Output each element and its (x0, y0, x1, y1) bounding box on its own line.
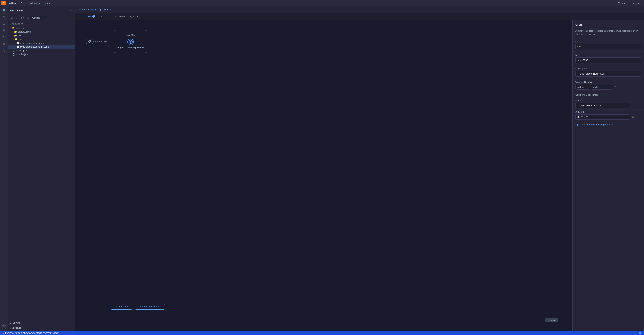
main-container: Workbench ··· workspace ▾ ··· (0, 6, 644, 331)
import-section[interactable]: › IMPORT (8, 321, 75, 326)
svg-marker-11 (16, 17, 18, 19)
id-info-icon[interactable]: ℹ (640, 54, 641, 56)
description-input[interactable] (576, 71, 641, 76)
right-panel-header: Cron ⋮ (572, 20, 644, 28)
id-input[interactable] (576, 57, 641, 63)
create-route-btn[interactable]: + Create route (111, 304, 132, 310)
sidebar: Workbench ··· workspace ▾ ··· (8, 6, 75, 331)
deploy-icon[interactable] (1, 21, 7, 26)
theme-menu[interactable]: Theme ▾ (616, 1, 629, 5)
variable-info-icon[interactable]: ℹ (640, 81, 641, 83)
database-icon[interactable] (1, 27, 7, 33)
svg-rect-2 (3, 11, 4, 12)
tree-item-datasources[interactable]: › 📁 datasources (8, 30, 75, 34)
create-config-btn[interactable]: + Create configuration (135, 304, 164, 310)
refresh-toolbar-btn[interactable] (20, 15, 25, 20)
advanced-properties-link[interactable]: › ▶ Component advanced properties (572, 121, 644, 128)
tab-rest[interactable]: REST (98, 13, 112, 20)
sub-tabs: Routes 1 REST Beans </> YAML (75, 13, 644, 20)
project-json-icon: {} (13, 49, 14, 52)
sidebar-header: Workbench ··· (8, 6, 75, 14)
component-properties-title: Component properties: (572, 92, 644, 98)
terminal-icon[interactable] (1, 34, 7, 39)
explorer-icon[interactable] (1, 8, 7, 13)
schedule-info-icon[interactable]: ℹ (640, 111, 641, 113)
search-section[interactable]: › SEARCH (8, 326, 75, 330)
name-input[interactable] (576, 103, 630, 108)
schedule-code-btn[interactable] (631, 115, 636, 119)
svg-point-9 (4, 325, 4, 326)
git-icon[interactable] (1, 14, 7, 20)
tree-item-sync-orders-jdbc[interactable]: 📄 sync-orders-jdbc.camel (8, 41, 75, 45)
debug-icon[interactable] (1, 41, 7, 47)
uri-info-icon[interactable]: ℹ (640, 40, 641, 43)
description-label: Description ℹ (576, 67, 641, 70)
svg-rect-8 (2, 35, 5, 38)
schedule-property-row: Schedule * ℹ ⋮ (572, 110, 644, 121)
name-property-label: Name * ℹ (576, 99, 641, 102)
menubar-right: Theme ▾ admin ▾ (616, 1, 642, 5)
tab-yaml[interactable]: </> YAML (128, 13, 144, 20)
db-icon: 📁 (14, 34, 17, 37)
icon-bar (0, 6, 8, 331)
name-more-btn[interactable]: ⋮ (636, 103, 641, 108)
svg-rect-1 (4, 9, 5, 10)
sidebar-title: Workbench (10, 9, 23, 12)
sync-icon: 📁 (14, 38, 17, 40)
tab-routes[interactable]: Routes 1 (78, 13, 98, 20)
window-menu[interactable]: Window ▾ (28, 1, 42, 5)
name-code-btn[interactable] (631, 103, 636, 108)
id-field-group: Id ℹ (572, 52, 644, 65)
trigger-node[interactable] (127, 39, 134, 45)
uri-field-group: Uri * ℹ (572, 38, 644, 52)
datasources-icon: 📁 (14, 30, 17, 33)
schedule-input-row: ⋮ (576, 114, 641, 120)
tree-item-orders-etl[interactable]: ▾ 📦 orders-etl (8, 26, 75, 30)
variable-receive-field-group: Variable Receive ℹ ⋮ (572, 79, 644, 92)
workspace-select[interactable]: workspace ▾ (31, 16, 46, 20)
help-menu[interactable]: Help ▾ (42, 1, 52, 5)
description-info-icon[interactable]: ℹ (640, 67, 641, 70)
tree-item-project-json[interactable]: {} project.json (8, 49, 75, 52)
name-info-icon[interactable]: ℹ (640, 100, 641, 102)
variable-more-btn[interactable]: ⋮ (614, 86, 617, 88)
jdbc-file-icon: 📄 (16, 42, 19, 44)
tree-item-db[interactable]: › 📁 db (8, 34, 75, 37)
right-panel-more-btn[interactable]: ⋮ (638, 23, 641, 26)
settings-icon[interactable] (1, 323, 7, 328)
schedule-more-btn[interactable]: ⋮ (636, 115, 641, 119)
admin-menu[interactable]: admin ▾ (631, 1, 642, 5)
name-property-row: Name * ℹ ⋮ (572, 98, 644, 110)
svg-point-13 (81, 15, 81, 16)
tsconfig-json-icon: {} (13, 53, 14, 56)
right-panel-content: Uri * ℹ Id ℹ (572, 38, 644, 331)
sidebar-more-btn[interactable]: ··· (68, 8, 73, 12)
schedule-input[interactable] (576, 114, 630, 120)
tree-item-sync-orders-typescript[interactable]: 📄 sync-orders-typescript.camel (8, 45, 75, 49)
active-tab[interactable]: sync-orders-typescript.camel × (77, 6, 114, 13)
variable-global-input[interactable] (576, 84, 590, 90)
svg-point-7 (3, 29, 5, 30)
tab-close-btn[interactable]: × (110, 8, 111, 11)
routes-badge: 1 (92, 15, 95, 17)
sidebar-toolbar-more[interactable]: ··· (69, 15, 73, 20)
run-toolbar-btn[interactable] (15, 15, 19, 20)
svg-rect-3 (4, 11, 5, 12)
projects-section[interactable]: ▾ PROJECTS (8, 21, 75, 26)
tree-item-tsconfig-json[interactable]: {} tsconfig.json (8, 52, 75, 56)
svg-point-12 (27, 17, 28, 18)
save-toolbar-btn[interactable] (9, 15, 14, 20)
svg-rect-0 (3, 9, 4, 10)
file-menu[interactable]: File ▾ (20, 1, 28, 5)
tab-beans[interactable]: Beans (112, 13, 128, 20)
uri-input[interactable] (576, 44, 641, 49)
tree-item-sync[interactable]: ▾ 📁 sync (8, 37, 75, 41)
search-toolbar-btn[interactable] (26, 15, 30, 20)
variable-route-input[interactable] (591, 84, 613, 90)
shield-icon[interactable] (1, 48, 7, 54)
yaml-icon: </> (130, 15, 134, 18)
svg-point-4 (3, 16, 4, 17)
right-panel: Cron ⋮ A generic interface for triggerin… (572, 20, 644, 331)
cron-trigger-node[interactable]: ⏱ (86, 37, 94, 45)
status-delete-btn[interactable]: 🗑 (639, 332, 641, 334)
